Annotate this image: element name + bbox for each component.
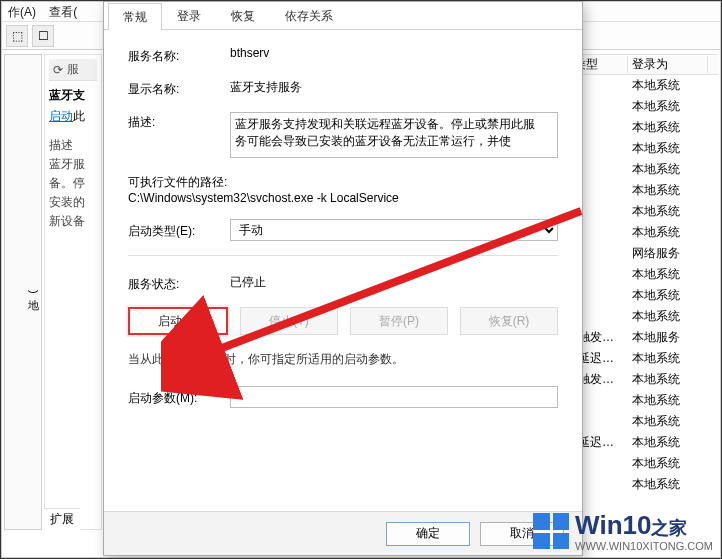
detail-pane-fragment: ⟳ 服 蓝牙支 启动此 描述 蓝牙服 备。停 安装的 新设备 [44,54,102,530]
tab-general[interactable]: 常规 [108,3,162,30]
detail-tabs[interactable]: 扩展 [44,508,80,530]
start-params-hint: 当从此处启动服务时，你可指定所适用的启动参数。 [128,351,558,368]
service-properties-dialog: 常规 登录 恢复 依存关系 服务名称: bthserv 显示名称: 蓝牙支持服务… [103,1,583,556]
stop-button: 停止(T) [240,307,338,335]
startup-type-select[interactable]: 手动 [230,219,558,241]
label-start-params: 启动参数(M): [128,388,230,407]
left-tree-fragment: 地) [4,54,42,530]
description-textarea[interactable]: 蓝牙服务支持发现和关联远程蓝牙设备。停止或禁用此服务可能会导致已安装的蓝牙设备无… [230,112,558,158]
menu-view[interactable]: 查看( [49,5,77,19]
label-service-status: 服务状态: [128,274,230,293]
dialog-footer: 确定 取消 [104,511,582,555]
ok-button[interactable]: 确定 [386,522,470,546]
start-link-suffix: 此 [73,109,85,123]
tab-dependencies[interactable]: 依存关系 [270,2,348,29]
cancel-button[interactable]: 取消 [480,522,564,546]
tab-recovery[interactable]: 恢复 [216,2,270,29]
value-service-name: bthserv [230,46,558,60]
label-startup-type: 启动类型(E): [128,221,230,240]
desc-line: 备。停 [49,175,97,192]
desc-line: 安装的 [49,194,97,211]
desc-label: 描述 [49,137,97,154]
value-exe-path: C:\Windows\system32\svchost.exe -k Local… [128,191,558,205]
start-button[interactable]: 启动(S) [128,307,228,335]
col-logon-as[interactable]: 登录为 [628,56,708,73]
resume-button: 恢复(R) [460,307,558,335]
label-exe-path: 可执行文件的路径: [128,172,558,191]
pause-button: 暂停(P) [350,307,448,335]
start-link[interactable]: 启动 [49,109,73,123]
toolbar-icon-2[interactable]: ☐ [32,25,54,47]
desc-line: 新设备 [49,213,97,230]
label-description: 描述: [128,112,230,131]
service-title-fragment: 蓝牙支 [49,87,97,104]
toolbar-icon-1[interactable]: ⬚ [6,25,28,47]
label-display-name: 显示名称: [128,79,230,98]
divider [128,255,558,256]
value-display-name: 蓝牙支持服务 [230,79,558,96]
menu-action[interactable]: 作(A) [8,5,36,19]
desc-line: 蓝牙服 [49,156,97,173]
start-params-input[interactable] [230,386,558,408]
value-service-status: 已停止 [230,274,558,291]
panel-header-text: 服 [67,61,79,78]
label-service-name: 服务名称: [128,46,230,65]
tab-logon[interactable]: 登录 [162,2,216,29]
dialog-tabs: 常规 登录 恢复 依存关系 [104,2,582,30]
refresh-icon[interactable]: ⟳ [53,63,63,77]
